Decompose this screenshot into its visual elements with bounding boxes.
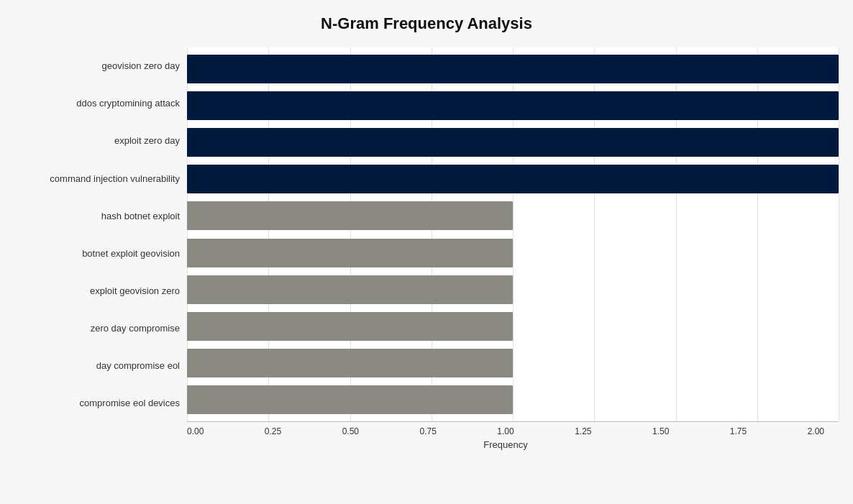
y-label: exploit zero day — [114, 124, 180, 158]
plot-area — [187, 47, 839, 422]
x-tick: 1.25 — [575, 426, 591, 436]
bar — [187, 312, 513, 341]
x-tick: 1.50 — [652, 426, 669, 436]
chart-title: N-Gram Frequency Analysis — [14, 14, 839, 33]
x-tick: 2.00 — [808, 426, 824, 436]
bar-row — [187, 309, 839, 344]
grid-line — [839, 47, 839, 421]
bar-row — [187, 52, 839, 86]
y-axis: geovision zero dayddos cryptomining atta… — [14, 47, 187, 422]
bar-row — [187, 88, 839, 123]
bar — [187, 91, 839, 120]
y-label: botnet exploit geovision — [82, 237, 180, 271]
y-label: ddos cryptomining attack — [76, 86, 180, 121]
bar — [187, 385, 513, 414]
y-label: day compromise eol — [96, 349, 180, 383]
y-label: geovision zero day — [102, 49, 180, 83]
bar — [187, 165, 839, 193]
x-axis-label: Frequency — [187, 439, 824, 450]
bar-row — [187, 125, 839, 160]
y-label: exploit geovision zero — [90, 274, 180, 308]
bar-row — [187, 346, 839, 380]
y-label: hash botnet exploit — [101, 198, 180, 233]
x-tick: 0.75 — [419, 426, 436, 436]
x-tick: 0.50 — [342, 426, 359, 436]
bar-row — [187, 272, 839, 307]
x-tick: 0.25 — [265, 426, 281, 436]
x-axis: 0.000.250.500.751.001.251.501.752.00 Fre… — [187, 422, 824, 450]
bar — [187, 201, 513, 230]
y-label: compromise eol devices — [80, 386, 180, 421]
x-tick: 0.00 — [187, 426, 204, 436]
y-label: zero day compromise — [91, 311, 180, 346]
bar — [187, 128, 839, 157]
bar — [187, 349, 513, 377]
chart-container: N-Gram Frequency Analysis geovision zero… — [0, 0, 853, 504]
bar-row — [187, 198, 839, 233]
bar — [187, 275, 513, 304]
bar-row — [187, 382, 839, 417]
x-tick: 1.00 — [497, 426, 514, 436]
bar-row — [187, 236, 839, 270]
x-ticks-row: 0.000.250.500.751.001.251.501.752.00 — [187, 426, 824, 436]
bar — [187, 239, 513, 267]
bar — [187, 55, 839, 83]
y-label: command injection vulnerability — [50, 161, 180, 196]
x-tick: 1.75 — [730, 426, 747, 436]
bar-row — [187, 162, 839, 196]
